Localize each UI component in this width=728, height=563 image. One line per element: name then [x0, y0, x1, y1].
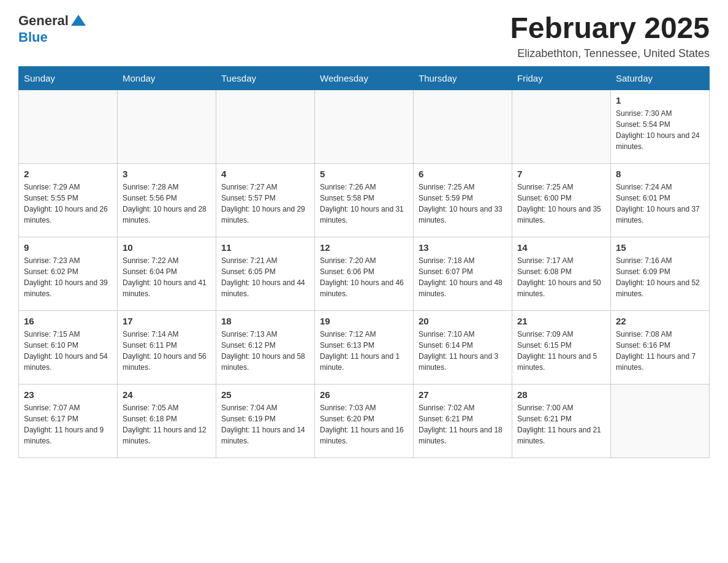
- calendar-day-cell: 8Sunrise: 7:24 AMSunset: 6:01 PMDaylight…: [611, 163, 710, 237]
- day-info: Sunrise: 7:07 AMSunset: 6:17 PMDaylight:…: [24, 402, 112, 446]
- day-number: 27: [419, 389, 507, 400]
- day-info: Sunrise: 7:21 AMSunset: 6:05 PMDaylight:…: [221, 255, 309, 299]
- month-title: February 2025: [510, 12, 710, 45]
- calendar-day-cell: 19Sunrise: 7:12 AMSunset: 6:13 PMDayligh…: [315, 310, 414, 384]
- calendar-day-cell: 25Sunrise: 7:04 AMSunset: 6:19 PMDayligh…: [216, 384, 315, 458]
- calendar-day-cell: 23Sunrise: 7:07 AMSunset: 6:17 PMDayligh…: [19, 384, 118, 458]
- day-number: 5: [320, 169, 408, 179]
- day-info: Sunrise: 7:29 AMSunset: 5:55 PMDaylight:…: [24, 182, 112, 226]
- day-number: 12: [320, 242, 408, 253]
- day-info: Sunrise: 7:26 AMSunset: 5:58 PMDaylight:…: [320, 182, 408, 226]
- days-of-week-row: SundayMondayTuesdayWednesdayThursdayFrid…: [19, 66, 710, 90]
- day-info: Sunrise: 7:16 AMSunset: 6:09 PMDaylight:…: [616, 255, 704, 299]
- day-info: Sunrise: 7:18 AMSunset: 6:07 PMDaylight:…: [419, 255, 507, 299]
- day-number: 18: [221, 316, 309, 326]
- calendar-day-cell: 13Sunrise: 7:18 AMSunset: 6:07 PMDayligh…: [414, 237, 512, 310]
- calendar-day-cell: [118, 90, 216, 163]
- calendar-day-cell: [216, 90, 315, 163]
- calendar-day-cell: 28Sunrise: 7:00 AMSunset: 6:21 PMDayligh…: [512, 384, 611, 458]
- day-info: Sunrise: 7:25 AMSunset: 6:00 PMDaylight:…: [517, 182, 605, 226]
- calendar-body: 1Sunrise: 7:30 AMSunset: 5:54 PMDaylight…: [19, 90, 710, 458]
- day-number: 11: [221, 242, 309, 253]
- calendar-day-cell: [19, 90, 118, 163]
- day-of-week-header: Thursday: [414, 66, 512, 90]
- day-of-week-header: Tuesday: [216, 66, 315, 90]
- day-of-week-header: Monday: [118, 66, 216, 90]
- calendar-day-cell: 9Sunrise: 7:23 AMSunset: 6:02 PMDaylight…: [19, 237, 118, 310]
- logo-blue: Blue: [18, 29, 48, 45]
- calendar-day-cell: 27Sunrise: 7:02 AMSunset: 6:21 PMDayligh…: [414, 384, 512, 458]
- calendar-day-cell: 15Sunrise: 7:16 AMSunset: 6:09 PMDayligh…: [611, 237, 710, 310]
- day-info: Sunrise: 7:12 AMSunset: 6:13 PMDaylight:…: [320, 329, 408, 373]
- calendar-day-cell: [315, 90, 414, 163]
- calendar-day-cell: 10Sunrise: 7:22 AMSunset: 6:04 PMDayligh…: [118, 237, 216, 310]
- calendar-day-cell: 6Sunrise: 7:25 AMSunset: 5:59 PMDaylight…: [414, 163, 512, 237]
- day-info: Sunrise: 7:30 AMSunset: 5:54 PMDaylight:…: [616, 108, 704, 152]
- calendar-day-cell: 22Sunrise: 7:08 AMSunset: 6:16 PMDayligh…: [611, 310, 710, 384]
- day-number: 6: [419, 169, 507, 179]
- day-info: Sunrise: 7:03 AMSunset: 6:20 PMDaylight:…: [320, 402, 408, 446]
- calendar-week-row: 1Sunrise: 7:30 AMSunset: 5:54 PMDaylight…: [19, 90, 710, 163]
- day-info: Sunrise: 7:09 AMSunset: 6:15 PMDaylight:…: [517, 329, 605, 373]
- calendar-day-cell: 26Sunrise: 7:03 AMSunset: 6:20 PMDayligh…: [315, 384, 414, 458]
- day-number: 16: [24, 316, 112, 326]
- day-info: Sunrise: 7:05 AMSunset: 6:18 PMDaylight:…: [123, 402, 211, 446]
- calendar-day-cell: [611, 384, 710, 458]
- calendar-day-cell: 1Sunrise: 7:30 AMSunset: 5:54 PMDaylight…: [611, 90, 710, 163]
- calendar-day-cell: 12Sunrise: 7:20 AMSunset: 6:06 PMDayligh…: [315, 237, 414, 310]
- calendar-day-cell: 7Sunrise: 7:25 AMSunset: 6:00 PMDaylight…: [512, 163, 611, 237]
- calendar-day-cell: [512, 90, 611, 163]
- calendar-day-cell: 2Sunrise: 7:29 AMSunset: 5:55 PMDaylight…: [19, 163, 118, 237]
- calendar-day-cell: 16Sunrise: 7:15 AMSunset: 6:10 PMDayligh…: [19, 310, 118, 384]
- day-number: 14: [517, 242, 605, 253]
- day-number: 19: [320, 316, 408, 326]
- day-of-week-header: Saturday: [611, 66, 710, 90]
- day-info: Sunrise: 7:23 AMSunset: 6:02 PMDaylight:…: [24, 255, 112, 299]
- title-area: February 2025 Elizabethton, Tennessee, U…: [510, 12, 710, 60]
- day-info: Sunrise: 7:28 AMSunset: 5:56 PMDaylight:…: [123, 182, 211, 226]
- calendar-week-row: 2Sunrise: 7:29 AMSunset: 5:55 PMDaylight…: [19, 163, 710, 237]
- day-number: 10: [123, 242, 211, 253]
- day-number: 21: [517, 316, 605, 326]
- calendar-day-cell: 24Sunrise: 7:05 AMSunset: 6:18 PMDayligh…: [118, 384, 216, 458]
- day-info: Sunrise: 7:20 AMSunset: 6:06 PMDaylight:…: [320, 255, 408, 299]
- day-info: Sunrise: 7:04 AMSunset: 6:19 PMDaylight:…: [221, 402, 309, 446]
- day-of-week-header: Sunday: [19, 66, 118, 90]
- day-info: Sunrise: 7:15 AMSunset: 6:10 PMDaylight:…: [24, 329, 112, 373]
- calendar-header: SundayMondayTuesdayWednesdayThursdayFrid…: [19, 66, 710, 90]
- day-number: 20: [419, 316, 507, 326]
- day-number: 3: [123, 169, 211, 179]
- calendar-day-cell: 14Sunrise: 7:17 AMSunset: 6:08 PMDayligh…: [512, 237, 611, 310]
- day-of-week-header: Wednesday: [315, 66, 414, 90]
- day-number: 28: [517, 389, 605, 400]
- day-number: 1: [616, 95, 704, 105]
- calendar-week-row: 9Sunrise: 7:23 AMSunset: 6:02 PMDaylight…: [19, 237, 710, 310]
- day-number: 9: [24, 242, 112, 253]
- logo: General Blue: [18, 12, 87, 45]
- day-info: Sunrise: 7:00 AMSunset: 6:21 PMDaylight:…: [517, 402, 605, 446]
- calendar-day-cell: 3Sunrise: 7:28 AMSunset: 5:56 PMDaylight…: [118, 163, 216, 237]
- day-info: Sunrise: 7:08 AMSunset: 6:16 PMDaylight:…: [616, 329, 704, 373]
- day-info: Sunrise: 7:13 AMSunset: 6:12 PMDaylight:…: [221, 329, 309, 373]
- day-number: 25: [221, 389, 309, 400]
- day-number: 22: [616, 316, 704, 326]
- calendar-day-cell: 4Sunrise: 7:27 AMSunset: 5:57 PMDaylight…: [216, 163, 315, 237]
- calendar-day-cell: 11Sunrise: 7:21 AMSunset: 6:05 PMDayligh…: [216, 237, 315, 310]
- day-number: 24: [123, 389, 211, 400]
- day-number: 2: [24, 169, 112, 179]
- day-info: Sunrise: 7:24 AMSunset: 6:01 PMDaylight:…: [616, 182, 704, 226]
- day-info: Sunrise: 7:25 AMSunset: 5:59 PMDaylight:…: [419, 182, 507, 226]
- location: Elizabethton, Tennessee, United States: [510, 47, 710, 60]
- day-of-week-header: Friday: [512, 66, 611, 90]
- day-number: 13: [419, 242, 507, 253]
- day-info: Sunrise: 7:10 AMSunset: 6:14 PMDaylight:…: [419, 329, 507, 373]
- logo-triangle-icon: [70, 12, 87, 29]
- day-info: Sunrise: 7:02 AMSunset: 6:21 PMDaylight:…: [419, 402, 507, 446]
- day-number: 8: [616, 169, 704, 179]
- calendar-day-cell: 5Sunrise: 7:26 AMSunset: 5:58 PMDaylight…: [315, 163, 414, 237]
- day-info: Sunrise: 7:22 AMSunset: 6:04 PMDaylight:…: [123, 255, 211, 299]
- logo-general: General: [18, 13, 69, 29]
- calendar-day-cell: 17Sunrise: 7:14 AMSunset: 6:11 PMDayligh…: [118, 310, 216, 384]
- calendar-week-row: 23Sunrise: 7:07 AMSunset: 6:17 PMDayligh…: [19, 384, 710, 458]
- calendar-week-row: 16Sunrise: 7:15 AMSunset: 6:10 PMDayligh…: [19, 310, 710, 384]
